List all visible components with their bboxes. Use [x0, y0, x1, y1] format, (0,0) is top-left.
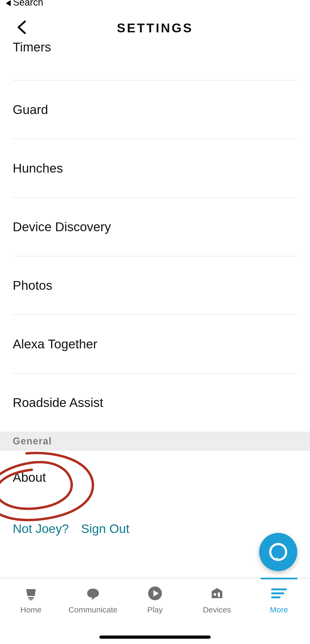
svg-point-6 [214, 593, 216, 596]
play-icon [147, 584, 163, 603]
search-label: Search [13, 0, 43, 8]
section-header-general: General [0, 432, 310, 451]
settings-list: Timers Guard Hunches Device Discovery Ph… [0, 40, 310, 536]
settings-item-device-discovery[interactable]: Device Discovery [13, 198, 297, 256]
tab-communicate[interactable]: Communicate [62, 578, 124, 620]
tab-play[interactable]: Play [124, 578, 186, 620]
tab-label: Devices [203, 605, 231, 614]
settings-item-label: About [13, 470, 46, 485]
tab-label: Play [147, 605, 163, 614]
section-header-label: General [13, 436, 52, 447]
not-user-link[interactable]: Not Joey? [13, 521, 69, 536]
settings-item-label: Device Discovery [13, 220, 111, 234]
svg-point-1 [275, 558, 278, 561]
settings-item-roadside-assist[interactable]: Roadside Assist [13, 374, 297, 432]
tab-label: More [270, 605, 288, 614]
communicate-icon [85, 584, 101, 603]
tab-devices[interactable]: Devices [186, 578, 248, 620]
search-back-nav[interactable]: ◀ Search [5, 0, 43, 8]
svg-rect-2 [28, 597, 34, 599]
triangle-left-icon: ◀ [6, 0, 11, 7]
settings-item-timers[interactable]: Timers [13, 40, 297, 81]
settings-item-label: Guard [13, 102, 48, 117]
footer-links: Not Joey? Sign Out [0, 521, 310, 536]
tab-bar: Home Communicate Play Devices More [0, 578, 310, 620]
tab-more[interactable]: More [248, 578, 310, 620]
svg-rect-7 [218, 592, 220, 597]
header: SETTINGS [0, 16, 310, 40]
sign-out-link[interactable]: Sign Out [81, 521, 130, 536]
more-icon [271, 584, 287, 603]
tab-label: Home [20, 605, 42, 614]
settings-item-label: Photos [13, 278, 52, 293]
settings-item-label: Timers [13, 40, 51, 54]
devices-icon [209, 584, 225, 603]
home-indicator [99, 636, 211, 639]
back-button[interactable] [16, 20, 28, 35]
settings-item-hunches[interactable]: Hunches [13, 139, 297, 198]
page-title: SETTINGS [0, 21, 310, 35]
settings-item-alexa-together[interactable]: Alexa Together [13, 315, 297, 374]
tab-home[interactable]: Home [0, 578, 62, 620]
tab-label: Communicate [68, 605, 117, 614]
home-icon [23, 584, 39, 603]
settings-item-about[interactable]: About [13, 451, 297, 504]
settings-item-photos[interactable]: Photos [13, 256, 297, 315]
alexa-fab[interactable] [259, 533, 297, 571]
alexa-icon [268, 542, 289, 562]
settings-item-guard[interactable]: Guard [13, 81, 297, 139]
svg-rect-3 [29, 599, 33, 600]
settings-item-label: Alexa Together [13, 337, 97, 351]
settings-item-label: Roadside Assist [13, 395, 103, 410]
settings-item-label: Hunches [13, 161, 63, 176]
chevron-left-icon [16, 20, 28, 34]
